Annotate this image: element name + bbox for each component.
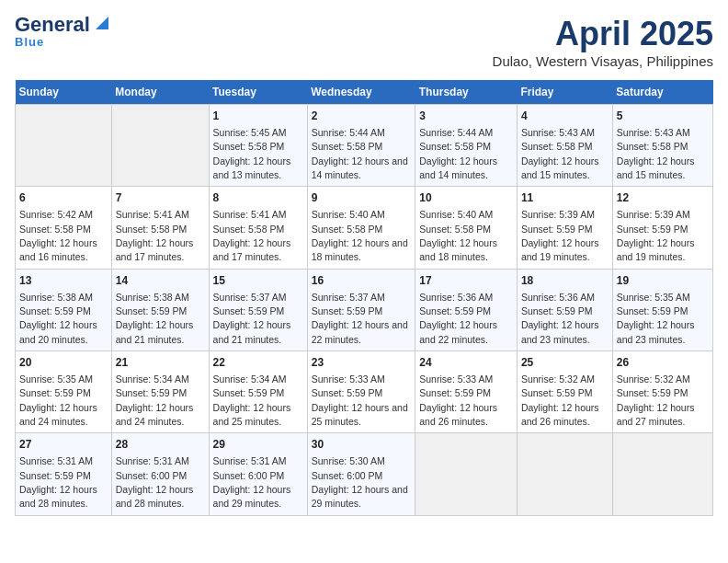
day-info: Sunrise: 5:40 AM Sunset: 5:58 PM Dayligh… [419, 209, 497, 262]
day-info: Sunrise: 5:31 AM Sunset: 6:00 PM Dayligh… [116, 455, 194, 509]
day-number: 18 [521, 273, 609, 289]
day-info: Sunrise: 5:32 AM Sunset: 5:59 PM Dayligh… [521, 373, 599, 427]
day-info: Sunrise: 5:31 AM Sunset: 6:00 PM Dayligh… [213, 455, 291, 509]
day-number: 28 [116, 437, 205, 453]
calendar-cell: 5Sunrise: 5:43 AM Sunset: 5:58 PM Daylig… [612, 105, 712, 187]
day-number: 5 [617, 109, 709, 124]
calendar-cell: 6Sunrise: 5:42 AM Sunset: 5:58 PM Daylig… [16, 187, 112, 269]
day-number: 19 [617, 273, 709, 289]
day-info: Sunrise: 5:43 AM Sunset: 5:58 PM Dayligh… [521, 127, 599, 180]
day-info: Sunrise: 5:36 AM Sunset: 5:59 PM Dayligh… [419, 292, 497, 345]
calendar-cell: 25Sunrise: 5:32 AM Sunset: 5:59 PM Dayli… [517, 351, 612, 433]
day-number: 17 [419, 273, 513, 289]
day-number: 24 [419, 355, 513, 371]
weekday-header: Saturday [612, 80, 712, 105]
calendar-week-row: 6Sunrise: 5:42 AM Sunset: 5:58 PM Daylig… [16, 187, 713, 269]
day-info: Sunrise: 5:31 AM Sunset: 5:59 PM Dayligh… [19, 455, 97, 509]
day-info: Sunrise: 5:41 AM Sunset: 5:58 PM Dayligh… [116, 209, 194, 262]
day-number: 26 [617, 355, 709, 371]
day-number: 6 [19, 190, 108, 206]
calendar-cell: 30Sunrise: 5:30 AM Sunset: 6:00 PM Dayli… [307, 433, 415, 515]
day-info: Sunrise: 5:35 AM Sunset: 5:59 PM Dayligh… [19, 373, 97, 427]
day-number: 23 [312, 355, 412, 371]
day-number: 30 [312, 437, 412, 453]
logo-text-blue: Blue [15, 35, 44, 49]
calendar-cell: 27Sunrise: 5:31 AM Sunset: 5:59 PM Dayli… [16, 433, 112, 515]
calendar-cell [612, 433, 712, 515]
calendar-cell: 13Sunrise: 5:38 AM Sunset: 5:59 PM Dayli… [16, 269, 112, 350]
day-number: 12 [617, 190, 709, 206]
weekday-header: Thursday [415, 80, 518, 105]
calendar-cell: 2Sunrise: 5:44 AM Sunset: 5:58 PM Daylig… [307, 105, 415, 187]
svg-marker-0 [96, 17, 108, 29]
day-number: 25 [521, 355, 609, 371]
calendar-cell [415, 433, 518, 515]
day-number: 11 [521, 190, 609, 206]
day-info: Sunrise: 5:42 AM Sunset: 5:58 PM Dayligh… [19, 209, 97, 262]
day-number: 2 [312, 109, 412, 124]
calendar-cell: 1Sunrise: 5:45 AM Sunset: 5:58 PM Daylig… [209, 105, 307, 187]
calendar-title: April 2025 [493, 15, 713, 53]
calendar-cell: 12Sunrise: 5:39 AM Sunset: 5:59 PM Dayli… [612, 187, 712, 269]
calendar-cell [111, 105, 209, 187]
calendar-week-row: 20Sunrise: 5:35 AM Sunset: 5:59 PM Dayli… [16, 351, 713, 433]
weekday-header-row: SundayMondayTuesdayWednesdayThursdayFrid… [16, 80, 713, 105]
calendar-cell: 21Sunrise: 5:34 AM Sunset: 5:59 PM Dayli… [111, 351, 209, 433]
calendar-cell: 18Sunrise: 5:36 AM Sunset: 5:59 PM Dayli… [517, 269, 612, 350]
day-info: Sunrise: 5:36 AM Sunset: 5:59 PM Dayligh… [521, 292, 599, 345]
day-number: 21 [116, 355, 205, 371]
day-number: 1 [213, 109, 303, 124]
day-info: Sunrise: 5:43 AM Sunset: 5:58 PM Dayligh… [617, 127, 695, 180]
weekday-header: Sunday [16, 80, 112, 105]
calendar-cell: 4Sunrise: 5:43 AM Sunset: 5:58 PM Daylig… [517, 105, 612, 187]
day-info: Sunrise: 5:37 AM Sunset: 5:59 PM Dayligh… [213, 292, 291, 345]
day-info: Sunrise: 5:33 AM Sunset: 5:59 PM Dayligh… [312, 373, 408, 427]
day-info: Sunrise: 5:39 AM Sunset: 5:59 PM Dayligh… [617, 209, 695, 262]
day-number: 3 [419, 109, 513, 124]
day-number: 13 [19, 273, 108, 289]
day-number: 22 [213, 355, 303, 371]
calendar-cell [16, 105, 112, 187]
weekday-header: Tuesday [209, 80, 307, 105]
day-number: 20 [19, 355, 108, 371]
day-info: Sunrise: 5:38 AM Sunset: 5:59 PM Dayligh… [116, 292, 194, 345]
logo-text-general: General [15, 15, 90, 35]
calendar-cell: 20Sunrise: 5:35 AM Sunset: 5:59 PM Dayli… [16, 351, 112, 433]
calendar-cell: 26Sunrise: 5:32 AM Sunset: 5:59 PM Dayli… [612, 351, 712, 433]
day-number: 4 [521, 109, 609, 124]
day-info: Sunrise: 5:37 AM Sunset: 5:59 PM Dayligh… [312, 292, 408, 345]
day-number: 29 [213, 437, 303, 453]
day-number: 27 [19, 437, 108, 453]
calendar-cell: 23Sunrise: 5:33 AM Sunset: 5:59 PM Dayli… [307, 351, 415, 433]
day-info: Sunrise: 5:33 AM Sunset: 5:59 PM Dayligh… [419, 373, 497, 427]
calendar-week-row: 13Sunrise: 5:38 AM Sunset: 5:59 PM Dayli… [16, 269, 713, 350]
calendar-cell [517, 433, 612, 515]
day-info: Sunrise: 5:30 AM Sunset: 6:00 PM Dayligh… [312, 455, 408, 509]
day-number: 7 [116, 190, 205, 206]
calendar-cell: 15Sunrise: 5:37 AM Sunset: 5:59 PM Dayli… [209, 269, 307, 350]
day-info: Sunrise: 5:44 AM Sunset: 5:58 PM Dayligh… [312, 127, 408, 180]
calendar-cell: 17Sunrise: 5:36 AM Sunset: 5:59 PM Dayli… [415, 269, 518, 350]
logo-icon [92, 13, 112, 33]
day-info: Sunrise: 5:35 AM Sunset: 5:59 PM Dayligh… [617, 292, 695, 345]
day-info: Sunrise: 5:32 AM Sunset: 5:59 PM Dayligh… [617, 373, 695, 427]
day-info: Sunrise: 5:41 AM Sunset: 5:58 PM Dayligh… [213, 209, 291, 262]
calendar-cell: 28Sunrise: 5:31 AM Sunset: 6:00 PM Dayli… [111, 433, 209, 515]
calendar-cell: 19Sunrise: 5:35 AM Sunset: 5:59 PM Dayli… [612, 269, 712, 350]
day-info: Sunrise: 5:40 AM Sunset: 5:58 PM Dayligh… [312, 209, 408, 262]
calendar-week-row: 1Sunrise: 5:45 AM Sunset: 5:58 PM Daylig… [16, 105, 713, 187]
calendar-cell: 11Sunrise: 5:39 AM Sunset: 5:59 PM Dayli… [517, 187, 612, 269]
day-number: 15 [213, 273, 303, 289]
title-block: April 2025 Dulao, Western Visayas, Phili… [493, 15, 713, 69]
calendar-cell: 8Sunrise: 5:41 AM Sunset: 5:58 PM Daylig… [209, 187, 307, 269]
calendar-subtitle: Dulao, Western Visayas, Philippines [493, 53, 713, 69]
calendar-cell: 7Sunrise: 5:41 AM Sunset: 5:58 PM Daylig… [111, 187, 209, 269]
day-number: 10 [419, 190, 513, 206]
calendar-cell: 14Sunrise: 5:38 AM Sunset: 5:59 PM Dayli… [111, 269, 209, 350]
weekday-header: Monday [111, 80, 209, 105]
weekday-header: Wednesday [307, 80, 415, 105]
calendar-cell: 9Sunrise: 5:40 AM Sunset: 5:58 PM Daylig… [307, 187, 415, 269]
day-info: Sunrise: 5:44 AM Sunset: 5:58 PM Dayligh… [419, 127, 497, 180]
calendar-cell: 16Sunrise: 5:37 AM Sunset: 5:59 PM Dayli… [307, 269, 415, 350]
day-number: 9 [312, 190, 412, 206]
